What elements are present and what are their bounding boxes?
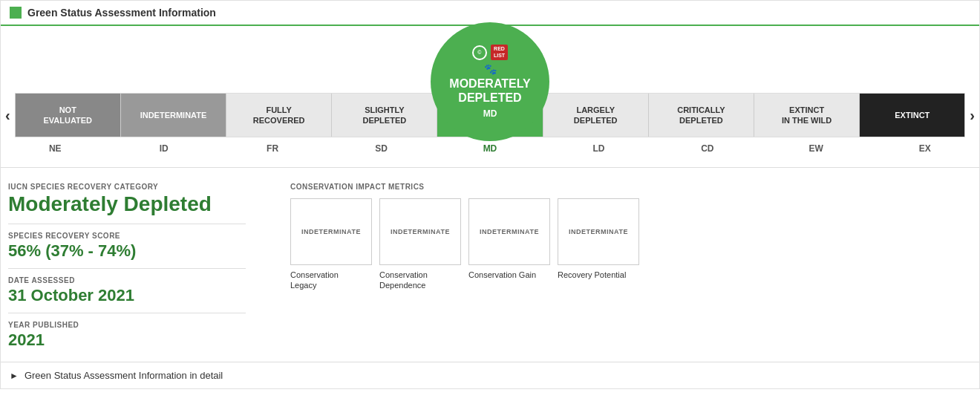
detail-link-text: Green Status Assessment Information in d…	[24, 370, 223, 381]
score-value: 56% (37% - 74%)	[8, 241, 246, 261]
metric-box-gain: INDETERMINATE	[468, 198, 550, 265]
category-not-evaluated[interactable]: NOTEVALUATED	[15, 94, 121, 137]
year-label: YEAR PUBLISHED	[8, 321, 246, 329]
metric-conservation-dependence: INDETERMINATE ConservationDependence	[379, 198, 461, 291]
metric-name-recovery: Recovery Potential	[558, 270, 639, 280]
metrics-grid: INDETERMINATE ConservationLegacy INDETER…	[290, 198, 972, 291]
category-extinct-in-wild[interactable]: EXTINCTIN THE WILD	[754, 94, 860, 137]
date-value: 31 October 2021	[8, 286, 246, 305]
paw-icons: 🐾	[484, 63, 497, 75]
metric-label-recovery: INDETERMINATE	[569, 228, 628, 235]
metric-recovery-potential: INDETERMINATE Recovery Potential	[558, 198, 639, 291]
metric-label-dependence: INDETERMINATE	[391, 228, 450, 235]
abbrev-ew: EW	[762, 137, 870, 160]
section-divider	[1, 167, 979, 168]
iucn-circle-logo: ©	[472, 45, 487, 60]
info-divider-3	[8, 313, 246, 313]
date-label: DATE ASSESSED	[8, 276, 246, 284]
badge-abbrev: MD	[483, 108, 497, 119]
category-slightly-depleted[interactable]: SLIGHTLYDEPLETED	[332, 94, 437, 137]
metric-name-dependence: ConservationDependence	[379, 270, 461, 291]
green-status-panel: Green Status Assessment Information © RE…	[0, 0, 980, 389]
cat-label-ne: NOTEVALUATED	[43, 105, 92, 126]
detail-link[interactable]: ► Green Status Assessment Information in…	[1, 362, 979, 388]
info-divider-2	[8, 268, 246, 269]
abbrev-ne: NE	[1, 137, 109, 160]
metric-label-gain: INDETERMINATE	[480, 228, 539, 235]
red-list-badge: REDLIST	[491, 45, 508, 60]
abbrev-fr: FR	[218, 137, 327, 160]
next-category-arrow[interactable]: ›	[965, 107, 979, 124]
category-value: Moderately Depleted	[8, 192, 246, 216]
category-fully-recovered[interactable]: FULLYRECOVERED	[226, 94, 332, 137]
detail-arrow-icon: ►	[10, 371, 19, 381]
metric-box-dependence: INDETERMINATE	[379, 198, 461, 265]
metric-label-legacy: INDETERMINATE	[301, 228, 361, 235]
cat-label-id: INDETERMINATE	[140, 110, 207, 120]
year-value: 2021	[8, 330, 246, 350]
panel-title: Green Status Assessment Information	[27, 7, 216, 19]
metric-box-recovery: INDETERMINATE	[558, 198, 639, 265]
category-critically-depleted[interactable]: CRITICALLYDEPLETED	[649, 94, 754, 137]
metric-conservation-legacy: INDETERMINATE ConservationLegacy	[290, 198, 372, 291]
cat-label-cd: CRITICALLYDEPLETED	[677, 105, 725, 126]
badge-main-label: MODERATELYDEPLETED	[443, 76, 536, 105]
prev-category-arrow[interactable]: ‹	[1, 107, 15, 124]
abbrev-sd: SD	[327, 137, 435, 160]
metric-name-gain: Conservation Gain	[468, 270, 550, 280]
abbrev-ex: EX	[871, 137, 979, 160]
info-divider-1	[8, 224, 246, 224]
green-status-icon	[10, 7, 22, 19]
cat-label-sd: SLIGHTLYDEPLETED	[362, 105, 406, 126]
metric-box-legacy: INDETERMINATE	[290, 198, 372, 265]
conservation-metrics-panel: CONSERVATION IMPACT METRICS INDETERMINAT…	[283, 183, 979, 354]
cat-label-fr: FULLYRECOVERED	[253, 105, 305, 126]
metric-name-legacy: ConservationLegacy	[290, 270, 372, 291]
bottom-section: IUCN SPECIES RECOVERY CATEGORY Moderatel…	[1, 175, 979, 362]
species-info-panel: IUCN SPECIES RECOVERY CATEGORY Moderatel…	[1, 183, 253, 354]
category-indeterminate[interactable]: INDETERMINATE	[121, 94, 226, 137]
cat-label-ew: EXTINCTIN THE WILD	[782, 105, 832, 126]
category-label: IUCN SPECIES RECOVERY CATEGORY	[8, 183, 246, 191]
score-label: SPECIES RECOVERY SCORE	[8, 232, 246, 240]
cat-label-ld: LARGELYDEPLETED	[574, 105, 618, 126]
abbrev-cd: CD	[653, 137, 762, 160]
active-category-badge: © REDLIST 🐾 MODERATELYDEPLETED MD	[431, 22, 549, 141]
cat-label-ex: EXTINCT	[895, 110, 930, 120]
iucn-logo: © REDLIST	[472, 45, 508, 60]
category-extinct[interactable]: EXTINCT	[860, 94, 965, 137]
abbrev-id: ID	[109, 137, 218, 160]
circle-badge-container: © REDLIST 🐾 MODERATELYDEPLETED MD	[431, 22, 549, 141]
categories-section: © REDLIST 🐾 MODERATELYDEPLETED MD ‹ NOTE…	[1, 26, 979, 160]
category-largely-depleted[interactable]: LARGELYDEPLETED	[543, 94, 649, 137]
metrics-section-label: CONSERVATION IMPACT METRICS	[290, 183, 972, 191]
metric-conservation-gain: INDETERMINATE Conservation Gain	[468, 198, 550, 291]
abbrev-ld: LD	[544, 137, 653, 160]
